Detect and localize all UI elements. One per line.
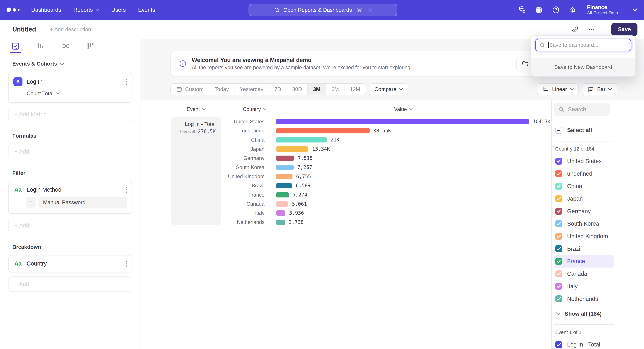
- bar[interactable]: [276, 137, 327, 143]
- nav-item-events[interactable]: Events: [138, 7, 155, 13]
- bar[interactable]: [276, 201, 288, 207]
- chart-row-united-states[interactable]: United States104.3K: [221, 117, 551, 126]
- metric-kebab-icon[interactable]: [126, 78, 127, 85]
- save-dashboard-search-input[interactable]: Save to dashboard...: [535, 39, 632, 51]
- legend-checkbox[interactable]: [555, 158, 562, 165]
- time-range-yesterday[interactable]: Yesterday: [234, 84, 269, 95]
- bar[interactable]: [276, 146, 308, 152]
- legend-checkbox[interactable]: [555, 233, 562, 240]
- time-range-6m[interactable]: 6M: [326, 84, 344, 95]
- chart-type-selector[interactable]: Bar: [582, 83, 617, 95]
- time-range-custom[interactable]: Custom: [171, 84, 209, 95]
- chart-row-south-korea[interactable]: South Korea7,267: [221, 163, 551, 172]
- breakdown-card[interactable]: Aa Country: [8, 255, 132, 272]
- filter-operator[interactable]: =: [26, 197, 36, 208]
- chart-row-brazil[interactable]: Brazil6,589: [221, 181, 551, 190]
- legend-row-brazil[interactable]: Brazil: [554, 243, 614, 255]
- breakdown-kebab-icon[interactable]: [126, 260, 127, 267]
- add-description[interactable]: + Add description...: [50, 26, 96, 32]
- select-all-checkbox[interactable]: [555, 127, 562, 134]
- legend-checkbox[interactable]: [555, 170, 562, 177]
- bar[interactable]: [276, 174, 292, 179]
- chart-row-canada[interactable]: Canada5,061: [221, 199, 551, 209]
- select-all-row[interactable]: Select all: [554, 124, 614, 137]
- legend-checkbox[interactable]: [555, 195, 562, 202]
- metric-name[interactable]: Log In: [27, 78, 42, 85]
- value-column-header[interactable]: Value: [270, 106, 536, 112]
- legend-row-china[interactable]: China: [554, 180, 614, 192]
- bar[interactable]: [276, 220, 285, 225]
- scale-selector[interactable]: Linear: [537, 83, 579, 95]
- save-button[interactable]: Save: [611, 23, 638, 36]
- chart-row-germany[interactable]: Germany7,515: [221, 154, 551, 163]
- chart-row-netherlands[interactable]: Netherlands3,738: [221, 218, 551, 227]
- legend-row-germany[interactable]: Germany: [554, 205, 614, 218]
- add-breakdown-button[interactable]: + Add: [8, 276, 132, 292]
- save-to-new-dashboard-button[interactable]: Save to New Dashboard: [531, 58, 636, 76]
- bar[interactable]: [276, 165, 294, 170]
- settings-gear-icon[interactable]: [568, 6, 577, 14]
- add-formula-button[interactable]: + Add: [8, 144, 132, 159]
- metric-aggregation[interactable]: Count Total: [27, 90, 127, 96]
- legend-checkbox[interactable]: [555, 258, 562, 265]
- tab-funnels[interactable]: [36, 40, 46, 52]
- legend-checkbox[interactable]: [555, 270, 562, 277]
- bar[interactable]: [276, 156, 294, 161]
- report-title[interactable]: Untitled: [12, 26, 36, 33]
- legend-row-united-states[interactable]: United States: [554, 155, 614, 167]
- legend-row-canada[interactable]: Canada: [554, 268, 614, 280]
- legend-row-south-korea[interactable]: South Korea: [554, 218, 614, 230]
- tab-insights[interactable]: [11, 40, 21, 52]
- legend-row-france[interactable]: France: [554, 255, 614, 268]
- nav-item-reports[interactable]: Reports: [74, 7, 99, 13]
- event-series-cell[interactable]: Log In - Total Overall 276.5K: [171, 117, 221, 225]
- chart-row-china[interactable]: China21K: [221, 135, 551, 144]
- tab-retention[interactable]: [86, 40, 96, 52]
- mixpanel-logo[interactable]: [6, 7, 20, 12]
- chart-row-italy[interactable]: Italy3,936: [221, 209, 551, 218]
- filter-card[interactable]: Aa Login Method = Manual Password: [8, 181, 132, 214]
- event-checkbox[interactable]: [555, 341, 562, 348]
- bar[interactable]: [276, 192, 289, 197]
- more-options-icon[interactable]: [587, 25, 596, 34]
- time-range-30d[interactable]: 30D: [287, 84, 308, 95]
- legend-checkbox[interactable]: [555, 208, 562, 215]
- tab-flows[interactable]: [61, 40, 70, 52]
- legend-search-input[interactable]: Search: [554, 103, 610, 116]
- project-switcher[interactable]: Finance All Project Data: [587, 4, 618, 15]
- bar[interactable]: [276, 210, 286, 216]
- chart-row-undefined[interactable]: undefined38.55K: [221, 126, 551, 135]
- show-all-row[interactable]: Show all (184): [554, 308, 644, 320]
- legend-row-italy[interactable]: Italy: [554, 280, 614, 293]
- legend-row-united-kingdom[interactable]: United Kingdom: [554, 230, 614, 243]
- add-filter-button[interactable]: + Add: [8, 218, 132, 233]
- apps-grid-icon[interactable]: [535, 6, 543, 14]
- chart-row-united-kingdom[interactable]: United Kingdom6,755: [221, 172, 551, 181]
- filter-property-name[interactable]: Login Method: [27, 186, 62, 193]
- legend-checkbox[interactable]: [555, 245, 562, 252]
- global-search[interactable]: Open Reports & Dashboards ⌘ + K: [248, 4, 397, 16]
- copy-link-icon[interactable]: [571, 25, 580, 34]
- bar[interactable]: [276, 119, 529, 124]
- legend-row-japan[interactable]: Japan: [554, 192, 614, 205]
- time-range-3m[interactable]: 3M: [308, 84, 326, 95]
- data-management-icon[interactable]: [518, 6, 526, 14]
- time-range-today[interactable]: Today: [209, 84, 234, 95]
- compare-button[interactable]: Compare: [369, 83, 408, 95]
- country-column-header[interactable]: Country: [221, 106, 270, 112]
- events-cohorts-header[interactable]: Events & Cohorts: [12, 61, 128, 67]
- legend-checkbox[interactable]: [555, 295, 562, 302]
- legend-event-row[interactable]: Log In - Total: [554, 338, 614, 349]
- time-range-7d[interactable]: 7D: [269, 84, 287, 95]
- nav-item-dashboards[interactable]: Dashboards: [31, 7, 61, 13]
- chart-row-france[interactable]: France5,274: [221, 190, 551, 199]
- legend-row-netherlands[interactable]: Netherlands: [554, 293, 614, 305]
- legend-checkbox[interactable]: [555, 283, 562, 290]
- help-icon[interactable]: [552, 6, 560, 14]
- chart-row-japan[interactable]: Japan13.34K: [221, 144, 551, 154]
- filter-kebab-icon[interactable]: [126, 186, 127, 193]
- filter-value[interactable]: Manual Password: [38, 197, 127, 208]
- time-range-12m[interactable]: 12M: [344, 84, 366, 95]
- nav-item-users[interactable]: Users: [111, 7, 126, 13]
- metric-card[interactable]: A Log In Count Total: [8, 72, 132, 103]
